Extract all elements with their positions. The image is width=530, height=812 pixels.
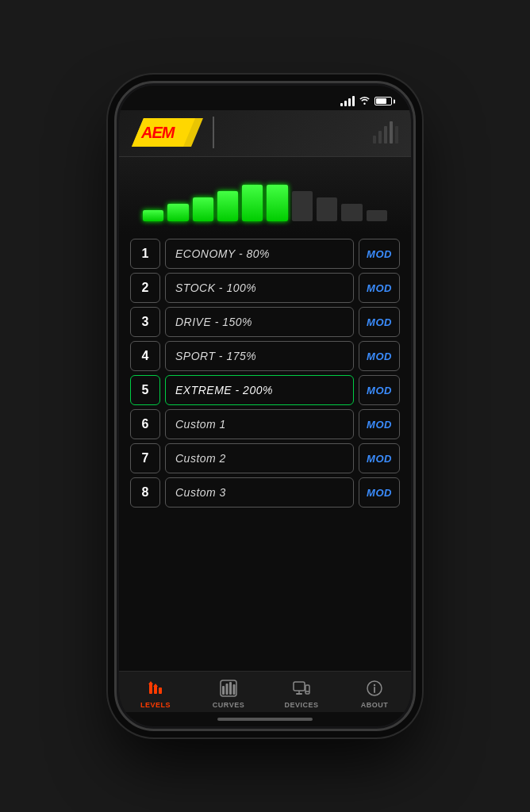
svg-rect-11: [229, 682, 232, 695]
svg-text:AEM: AEM: [140, 124, 176, 141]
level-number-7: 7: [130, 443, 160, 473]
level-name-4: SPORT - 175%: [165, 341, 354, 371]
level-row-2[interactable]: 2STOCK - 100%MOD: [130, 273, 400, 303]
level-mod-button-8[interactable]: MOD: [359, 477, 400, 508]
level-name-8: Custom 3: [165, 477, 354, 508]
svg-rect-3: [149, 683, 152, 694]
level-row-7[interactable]: 7Custom 2MOD: [130, 443, 400, 473]
nav-item-levels[interactable]: LEVELS: [119, 678, 192, 709]
svg-rect-9: [222, 686, 225, 695]
level-number-1: 1: [130, 239, 160, 269]
power-bar-7: [317, 197, 337, 221]
phone-outer: AEM: [0, 0, 530, 812]
level-name-2: STOCK - 100%: [165, 273, 354, 303]
levels-icon: [145, 678, 166, 699]
power-bar-4: [242, 185, 263, 221]
svg-rect-10: [226, 684, 229, 695]
phone-screen: AEM: [119, 86, 411, 726]
phone-frame: AEM: [114, 81, 416, 731]
power-bar-3: [217, 191, 238, 221]
svg-rect-16: [305, 685, 309, 694]
nav-item-about[interactable]: ABOUT: [338, 678, 411, 709]
svg-rect-12: [233, 684, 236, 695]
signal-bars-icon: [340, 96, 355, 106]
devices-icon: [291, 678, 312, 699]
nav-item-devices[interactable]: DEVICES: [265, 678, 338, 709]
power-bar-0: [143, 210, 163, 221]
level-mod-button-2[interactable]: MOD: [359, 273, 400, 303]
header-bars: [373, 121, 398, 144]
nav-label-about: ABOUT: [361, 701, 389, 709]
level-name-3: DRIVE - 150%: [165, 307, 354, 337]
level-mod-button-1[interactable]: MOD: [359, 239, 400, 269]
level-row-3[interactable]: 3DRIVE - 150%MOD: [130, 307, 400, 337]
nav-label-curves: CURVES: [213, 701, 244, 709]
app-header: AEM: [119, 110, 411, 157]
wifi-icon: [359, 95, 371, 107]
svg-point-19: [374, 684, 375, 686]
curves-icon: [218, 678, 239, 699]
levels-container: 1ECONOMY - 80%MOD2STOCK - 100%MOD3DRIVE …: [119, 234, 411, 671]
power-bar-5: [267, 185, 287, 221]
bottom-nav: LEVELS CURVES DEVICES ABOUT: [119, 671, 411, 712]
power-bar-9: [367, 210, 387, 221]
level-row-6[interactable]: 6Custom 1MOD: [130, 409, 400, 439]
power-bars-container: [135, 178, 395, 221]
power-bar-1: [167, 204, 188, 221]
power-bar-8: [341, 204, 362, 221]
level-mod-button-7[interactable]: MOD: [359, 443, 400, 473]
aem-logo: AEM: [132, 118, 203, 147]
level-number-4: 4: [130, 341, 160, 371]
svg-rect-14: [296, 693, 302, 695]
power-bar-2: [193, 197, 213, 221]
status-icons: [340, 95, 392, 107]
level-row-4[interactable]: 4SPORT - 175%MOD: [130, 341, 400, 371]
svg-marker-7: [153, 684, 158, 687]
level-mod-button-3[interactable]: MOD: [359, 307, 400, 337]
level-number-8: 8: [130, 477, 160, 508]
level-name-6: Custom 1: [165, 409, 354, 439]
level-row-8[interactable]: 8Custom 3MOD: [130, 477, 400, 508]
battery-icon: [374, 97, 392, 105]
level-name-5: EXTREME - 200%: [165, 375, 354, 405]
power-bars-section: [119, 157, 411, 234]
header-divider: [213, 117, 214, 148]
status-bar: [119, 86, 411, 110]
level-row-1[interactable]: 1ECONOMY - 80%MOD: [130, 239, 400, 269]
level-mod-button-5[interactable]: MOD: [359, 375, 400, 405]
level-name-1: ECONOMY - 80%: [165, 239, 354, 269]
nav-label-devices: DEVICES: [284, 701, 318, 709]
svg-rect-13: [294, 682, 305, 691]
nav-item-curves[interactable]: CURVES: [192, 678, 265, 709]
level-number-5: 5: [130, 375, 160, 405]
nav-label-levels: LEVELS: [140, 701, 171, 709]
level-row-5[interactable]: 5EXTREME - 200%MOD: [130, 375, 400, 405]
level-mod-button-4[interactable]: MOD: [359, 341, 400, 371]
svg-rect-5: [159, 688, 162, 694]
aem-logo-svg: AEM: [132, 118, 203, 147]
level-number-3: 3: [130, 307, 160, 337]
level-number-6: 6: [130, 409, 160, 439]
svg-marker-6: [148, 681, 153, 684]
power-bar-6: [292, 191, 313, 221]
about-icon: [364, 678, 385, 699]
home-indicator: [119, 712, 411, 726]
level-number-2: 2: [130, 273, 160, 303]
home-bar: [217, 718, 313, 721]
level-name-7: Custom 2: [165, 443, 354, 473]
level-mod-button-6[interactable]: MOD: [359, 409, 400, 439]
